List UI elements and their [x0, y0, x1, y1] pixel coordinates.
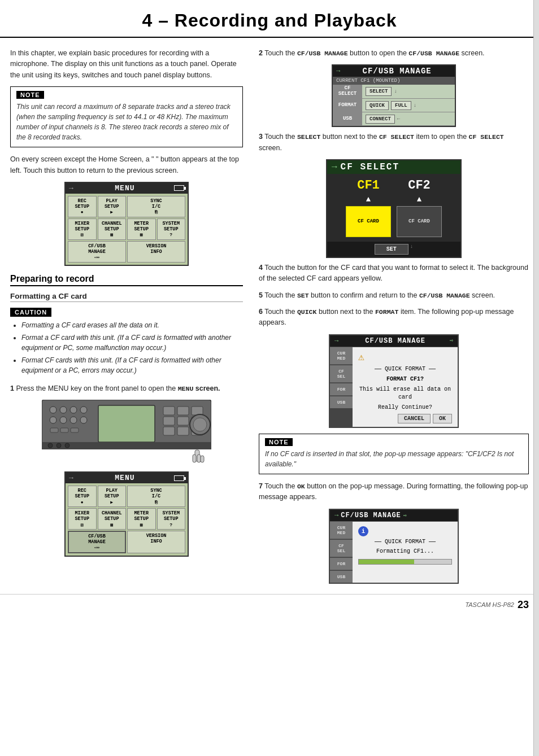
menu-btn-version[interactable]: VERSIONINFO — [127, 241, 185, 263]
cf-usb-title-top: → CF/USB MANAGE — [333, 65, 455, 77]
note-content-1: This unit can record a maximum of 8 sepa… — [16, 102, 237, 142]
menu-btn-system-setup[interactable]: SYSTEMSETUP? — [157, 219, 186, 240]
svg-rect-17 — [177, 417, 189, 425]
cf-select-title: → CF SELECT — [327, 160, 460, 174]
cf-usb-label: USB — [333, 112, 362, 125]
cf2-card-text: CF CARD — [408, 219, 430, 224]
step-1-text2: screen. — [195, 384, 220, 392]
subsection-format: Formatting a CF card — [10, 292, 243, 302]
step-6: 6 Touch the QUICK button next to the FOR… — [259, 307, 529, 329]
step-3-num: 3 — [259, 133, 263, 141]
section-preparing: Preparing to record — [10, 274, 243, 286]
menu-btn-sync[interactable]: SYNCI/C⎘ — [127, 196, 185, 217]
menu-btn-play-setup[interactable]: PLAYSETUP▶ — [98, 196, 127, 217]
cf-usb-manage-screen-top: → CF/USB MANAGE CURRENT CF1 (MOUNTED) CF… — [332, 64, 456, 127]
svg-rect-15 — [163, 427, 175, 435]
cf-select-arrow: ↓ — [394, 89, 397, 94]
qf-cancel-btn[interactable]: CANCEL — [398, 414, 431, 423]
step-5: 5 Touch the SET button to confirm and re… — [259, 290, 529, 301]
qf-popup-body: ⚠ —— QUICK FORMAT —— FORMAT CF1? This wi… — [353, 347, 458, 427]
cf-set-btn[interactable]: SET — [375, 244, 408, 255]
qf-line3: This will erase all data on card — [358, 386, 452, 401]
menu-grid-bottom: RECSETUP● PLAYSETUP▶ SYNCI/C⎘ MIXERSETUP… — [66, 483, 188, 556]
cf-select-screen: → CF SELECT CF1 ▲ CF CARD CF2 ▲ CF CARD — [326, 159, 462, 258]
qf-cur-label: CURMED — [330, 347, 353, 365]
fp-side-labels: CURMED CFSEL FOR USB — [330, 522, 353, 583]
note-box-2: NOTE If no CF card is inserted in that s… — [259, 434, 529, 474]
cf-select-label: CFSELECT — [333, 85, 362, 98]
menu-screen-bottom: → MENU RECSETUP● PLAYSETUP▶ SYNCI/C⎘ MIX… — [64, 471, 189, 557]
menu-btn-play-setup-b[interactable]: PLAYSETUP▶ — [98, 486, 127, 507]
svg-rect-9 — [50, 428, 58, 432]
menu-screen-top: → MENU RECSETUP● PLAYSETUP▶ SYNCI/C⎘ MIX… — [64, 182, 189, 266]
step-5-num: 5 — [259, 291, 263, 299]
qf-ok-btn[interactable]: OK — [433, 414, 452, 423]
step-5-mono1: SET — [297, 292, 309, 299]
step-6-mono1: QUICK — [297, 308, 317, 316]
menu-btn-system-b[interactable]: SYSTEMSETUP? — [157, 508, 186, 530]
note-content-2: If no CF card is inserted in that slot, … — [265, 449, 523, 469]
menu-btn-rec-setup-b[interactable]: RECSETUP● — [68, 486, 97, 507]
battery-icon-top — [174, 185, 184, 191]
menu-btn-meter-b[interactable]: METERSETUP▩ — [127, 508, 156, 530]
step-3-mono1: SELECT — [297, 133, 320, 141]
svg-point-7 — [70, 417, 77, 423]
menu-btn-channel-b[interactable]: CHANNELSETUP▩ — [98, 508, 127, 530]
cf-select-btn[interactable]: SELECT — [366, 87, 392, 96]
fp-cf-label: CFSEL — [330, 540, 353, 557]
fp-cur-label: CURMED — [330, 522, 353, 539]
svg-point-25 — [65, 443, 69, 448]
step-2-text3: screen. — [462, 49, 485, 57]
svg-rect-12 — [98, 405, 155, 442]
menu-btn-mixer-setup[interactable]: MIXERSETUP▧ — [68, 219, 97, 240]
menu-btn-version-b[interactable]: VERSIONINFO — [127, 531, 185, 553]
caution-label: CAUTION — [10, 308, 51, 317]
qf-warning-row: ⚠ — [358, 351, 452, 363]
cf2-triangle: ▲ — [417, 195, 421, 204]
cf-usb-format-row: FORMAT QUICK FULL ↓ — [333, 99, 455, 112]
svg-rect-14 — [163, 417, 175, 425]
fp-title-text: CF/USB MANAGE — [341, 512, 401, 519]
cf-full-btn[interactable]: FULL — [391, 101, 411, 110]
qf-line1: —— QUICK FORMAT —— — [358, 365, 452, 373]
step-1: 1 Press the MENU key on the front panel … — [10, 383, 243, 394]
menu-btn-cfusb-b[interactable]: CF/USBMANAGE⇨⇔ — [68, 531, 126, 553]
menu-btn-meter-setup[interactable]: METERSETUP▩ — [127, 219, 156, 240]
svg-rect-30 — [197, 455, 201, 462]
menu-title-text-b: MENU — [115, 474, 134, 482]
cf-connect-btn[interactable]: CONNECT — [366, 115, 395, 124]
svg-point-3 — [70, 407, 77, 413]
step-3-text4: screen. — [259, 144, 282, 152]
cf-usb-back-arrow: → — [336, 67, 340, 75]
device-front-panel — [42, 400, 211, 449]
page-title: 4 – Recording and Playback — [0, 10, 539, 31]
step-4-num: 4 — [259, 264, 263, 272]
menu-btn-rec-setup[interactable]: RECSETUP● — [68, 196, 97, 217]
svg-point-8 — [80, 417, 87, 423]
cf2-card-item: CF2 ▲ CF CARD — [397, 178, 442, 237]
menu-btn-cfusb[interactable]: CF/USBMANAGE⇨⇔ — [68, 241, 126, 263]
menu-title-bar-bottom: → MENU — [66, 473, 188, 483]
svg-rect-13 — [163, 407, 175, 415]
svg-rect-19 — [192, 407, 203, 415]
step-3-text2: button next to the — [323, 133, 379, 141]
cf-select-content: SELECT ↓ — [362, 85, 455, 98]
step-3-text: Touch the — [264, 133, 297, 141]
page-header: 4 – Recording and Playback — [0, 0, 539, 38]
svg-rect-29 — [193, 455, 196, 462]
menu-btn-sync-b[interactable]: SYNCI/C⎘ — [127, 486, 185, 507]
step-7-mono1: OK — [297, 483, 305, 490]
svg-point-5 — [50, 417, 56, 423]
step-2-num: 2 — [259, 49, 263, 57]
svg-point-24 — [56, 443, 61, 448]
cf-set-arrow: ↓ — [410, 244, 413, 255]
menu-btn-mixer-b[interactable]: MIXERSETUP▧ — [68, 508, 97, 530]
right-edge-bar — [533, 0, 539, 756]
cf1-card-box[interactable]: CF CARD — [346, 206, 391, 237]
step-2: 2 Touch the CF/USB MANAGE button to open… — [259, 48, 529, 59]
intro-paragraph-1: In this chapter, we explain basic proced… — [10, 48, 243, 81]
cf1-triangle: ▲ — [366, 195, 371, 204]
cf-quick-btn[interactable]: QUICK — [366, 101, 389, 110]
menu-btn-channel-setup[interactable]: CHANNELSETUP▩ — [98, 219, 127, 240]
cf2-card-box[interactable]: CF CARD — [397, 206, 442, 237]
